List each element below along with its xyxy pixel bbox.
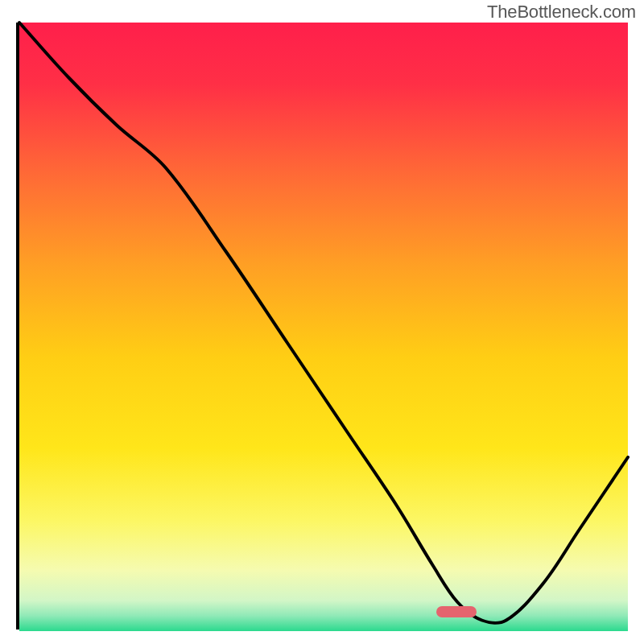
chart-root: TheBottleneck.com xyxy=(0,0,644,644)
optimum-marker xyxy=(436,606,477,617)
plot-frame xyxy=(16,23,628,630)
watermark-text: TheBottleneck.com xyxy=(487,2,636,23)
bottleneck-curve xyxy=(19,23,628,626)
